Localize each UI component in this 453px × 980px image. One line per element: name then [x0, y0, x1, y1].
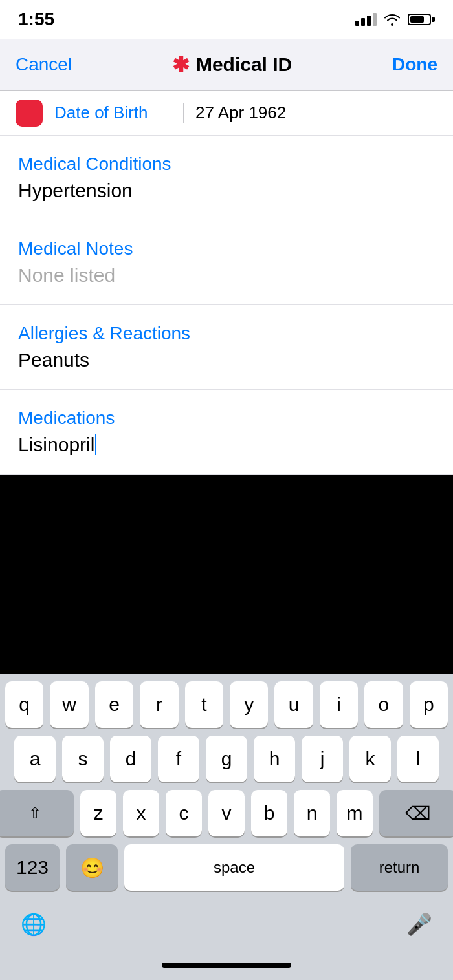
- dob-icon: [16, 100, 43, 127]
- allergies-reactions-section[interactable]: Allergies & Reactions Peanuts: [0, 305, 453, 390]
- emoji-key[interactable]: 😊: [66, 844, 118, 891]
- key-x[interactable]: x: [123, 790, 159, 836]
- key-j[interactable]: j: [302, 736, 343, 782]
- key-d[interactable]: d: [110, 736, 151, 782]
- shift-key[interactable]: ⇧: [0, 790, 74, 836]
- medications-section[interactable]: Medications Lisinopril: [0, 390, 453, 475]
- key-w[interactable]: w: [50, 681, 88, 728]
- wifi-icon: [383, 13, 401, 26]
- globe-icon[interactable]: 🌐: [21, 912, 47, 937]
- key-v[interactable]: v: [208, 790, 245, 836]
- key-t[interactable]: t: [185, 681, 223, 728]
- key-o[interactable]: o: [364, 681, 403, 728]
- key-y[interactable]: y: [230, 681, 268, 728]
- status-bar: 1:55: [0, 0, 453, 39]
- medications-value[interactable]: Lisinopril: [18, 434, 435, 456]
- key-n[interactable]: n: [294, 790, 330, 836]
- medications-input[interactable]: Lisinopril: [18, 434, 96, 456]
- home-bar: [162, 963, 291, 968]
- shift-icon: ⇧: [28, 804, 41, 822]
- key-l[interactable]: l: [397, 736, 439, 782]
- date-of-birth-row[interactable]: Date of Birth 27 Apr 1962: [0, 91, 453, 136]
- allergies-reactions-value: Peanuts: [18, 349, 435, 371]
- status-time: 1:55: [18, 9, 54, 30]
- medications-label: Medications: [18, 408, 435, 429]
- page-title: Medical ID: [196, 54, 292, 76]
- key-r[interactable]: r: [140, 681, 178, 728]
- backspace-key[interactable]: ⌫: [379, 790, 453, 836]
- battery-icon: [408, 14, 435, 25]
- text-cursor: [95, 434, 96, 455]
- key-k[interactable]: k: [349, 736, 391, 782]
- signal-icon: [355, 13, 377, 26]
- key-g[interactable]: g: [206, 736, 247, 782]
- home-indicator: [5, 950, 448, 980]
- medical-notes-section[interactable]: Medical Notes None listed: [0, 220, 453, 305]
- dob-value: 27 Apr 1962: [184, 103, 286, 123]
- medical-conditions-section[interactable]: Medical Conditions Hypertension: [0, 136, 453, 220]
- scroll-area: Date of Birth 27 Apr 1962 Medical Condit…: [0, 91, 453, 475]
- key-z[interactable]: z: [80, 790, 116, 836]
- done-button[interactable]: Done: [392, 54, 437, 75]
- nav-title: ✱ Medical ID: [172, 52, 292, 77]
- cancel-button[interactable]: Cancel: [16, 54, 72, 75]
- key-h[interactable]: h: [254, 736, 295, 782]
- key-f[interactable]: f: [158, 736, 199, 782]
- status-icons: [355, 13, 435, 26]
- medical-conditions-label: Medical Conditions: [18, 154, 435, 175]
- key-m[interactable]: m: [337, 790, 373, 836]
- microphone-icon[interactable]: 🎤: [406, 912, 432, 937]
- space-key[interactable]: space: [124, 844, 344, 891]
- dob-label: Date of Birth: [54, 103, 184, 123]
- number-key[interactable]: 123: [5, 844, 60, 891]
- backspace-icon: ⌫: [405, 803, 431, 824]
- key-u[interactable]: u: [274, 681, 313, 728]
- medical-notes-value: None listed: [18, 264, 435, 286]
- key-q[interactable]: q: [5, 681, 43, 728]
- keyboard-row-3: ⇧ z x c v b n m ⌫: [5, 790, 448, 836]
- key-c[interactable]: c: [166, 790, 202, 836]
- medical-conditions-value: Hypertension: [18, 180, 435, 202]
- key-p[interactable]: p: [410, 681, 448, 728]
- medical-notes-label: Medical Notes: [18, 239, 435, 259]
- medical-id-asterisk-icon: ✱: [172, 52, 190, 77]
- key-i[interactable]: i: [320, 681, 358, 728]
- keyboard-row-4: 123 😊 space return: [5, 844, 448, 891]
- nav-bar: Cancel ✱ Medical ID Done: [0, 39, 453, 91]
- keyboard-row-2: a s d f g h j k l: [5, 736, 448, 782]
- allergies-reactions-label: Allergies & Reactions: [18, 323, 435, 344]
- return-key[interactable]: return: [351, 844, 448, 891]
- key-s[interactable]: s: [62, 736, 104, 782]
- keyboard: q w e r t y u i o p a s d f g h j k l ⇧ …: [0, 674, 453, 980]
- key-b[interactable]: b: [251, 790, 287, 836]
- key-a[interactable]: a: [14, 736, 56, 782]
- keyboard-row-1: q w e r t y u i o p: [5, 681, 448, 728]
- keyboard-bottom-bar: 🌐 🎤: [5, 899, 448, 950]
- key-e[interactable]: e: [95, 681, 133, 728]
